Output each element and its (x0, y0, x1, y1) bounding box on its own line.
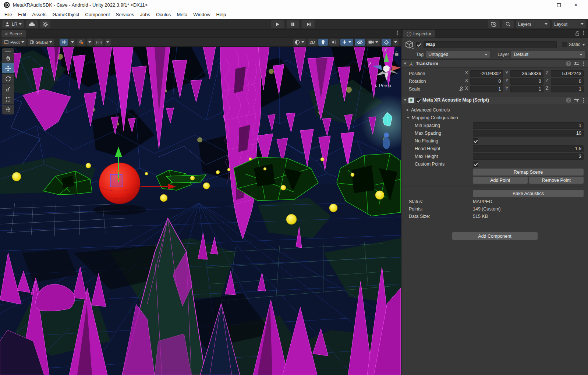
max-spacing-row: Max Spacing 10 (401, 130, 584, 137)
account-button[interactable]: LR (2, 20, 24, 28)
close-button[interactable]: ✕ (567, 0, 584, 10)
presets-icon[interactable] (574, 63, 579, 65)
menu-gameobject[interactable]: GameObject (49, 12, 82, 17)
menu-services[interactable]: Services (113, 12, 137, 17)
transform-menu-icon[interactable] (582, 61, 586, 67)
help-icon[interactable]: ? (566, 98, 571, 103)
lock-icon[interactable] (575, 31, 580, 36)
static-checkbox[interactable] (562, 42, 567, 47)
layout-dropdown[interactable]: Layout (552, 20, 586, 28)
no-floating-checkbox[interactable] (473, 138, 478, 144)
menu-edit[interactable]: Edit (15, 12, 29, 17)
max-height-field[interactable]: 3 (473, 153, 584, 160)
rotation-x-field[interactable]: 0 (470, 78, 503, 85)
tool-handle-pivot-dropdown[interactable]: Pivot (2, 39, 26, 46)
scale-z-field[interactable]: 1 (551, 86, 584, 92)
scale-y-field[interactable]: 1 (510, 86, 543, 92)
step-button[interactable] (302, 20, 315, 28)
points-value: 149 (Custom) (473, 206, 501, 212)
scene-panel-menu-icon[interactable] (395, 30, 399, 36)
snap-increment-button[interactable] (94, 39, 103, 46)
mapping-configuration-foldout[interactable]: Mapping Configuration (401, 114, 584, 121)
menu-window[interactable]: Window (190, 12, 213, 17)
tool-orientation-global-dropdown[interactable]: Global (28, 39, 54, 46)
menu-component[interactable]: Component (82, 12, 113, 17)
help-icon[interactable]: ? (566, 61, 571, 66)
menu-meta[interactable]: Meta (174, 12, 190, 17)
remove-point-button[interactable]: Remove Point (529, 177, 584, 184)
gizmos-toggle[interactable] (382, 39, 391, 46)
scene-panel: # Scene Pivot Global (0, 29, 401, 375)
position-y-field[interactable]: 36.58336 (510, 70, 543, 77)
menu-assets[interactable]: Assets (29, 12, 49, 17)
move-snap-dropdown[interactable] (87, 39, 93, 46)
menu-oculus[interactable]: Oculus (153, 12, 174, 17)
search-button[interactable] (502, 20, 514, 28)
menu-help[interactable]: Help (213, 12, 229, 17)
pause-button[interactable] (287, 20, 299, 28)
scene-effects-toggle[interactable] (340, 39, 353, 46)
add-component-button[interactable]: Add Component (452, 232, 538, 240)
rect-tool-button[interactable] (2, 94, 14, 104)
rotation-z-field[interactable]: 0 (551, 78, 584, 85)
info-icon: i (407, 32, 411, 36)
foldout-open-icon[interactable] (404, 63, 407, 65)
acoustic-map-header[interactable]: # Meta XR Acoustic Map (Script) ? (401, 96, 588, 104)
script-enabled-checkbox[interactable] (416, 98, 421, 103)
scene-audio-toggle[interactable] (329, 39, 339, 46)
presets-icon[interactable] (574, 99, 579, 101)
grid-snapping-dropdown[interactable] (70, 39, 75, 46)
menu-jobs[interactable]: Jobs (137, 12, 153, 17)
foldout-open-icon[interactable] (404, 99, 407, 101)
scale-x-field[interactable]: 1 (470, 86, 503, 92)
move-snap-toggle[interactable] (77, 39, 85, 46)
position-z-field[interactable]: 5.042243 (551, 70, 584, 77)
static-dropdown-icon[interactable] (582, 44, 585, 46)
max-spacing-field[interactable]: 10 (473, 130, 584, 137)
menu-file[interactable]: File (1, 12, 15, 17)
inspector-menu-icon[interactable] (582, 30, 586, 36)
2d-mode-toggle[interactable]: 2D (308, 39, 317, 46)
scene-visibility-toggle[interactable] (355, 39, 365, 46)
link-scale-icon[interactable] (458, 86, 464, 91)
gameobject-name-field[interactable]: Map (424, 41, 557, 48)
scene-viewport-canvas[interactable]: y x z < Persp (0, 47, 401, 375)
transform-tool-button[interactable] (2, 105, 14, 114)
layout-label: Layout (554, 22, 567, 27)
bake-acoustics-button[interactable]: Bake Acoustics (473, 190, 584, 197)
tab-inspector[interactable]: i Inspector (403, 30, 435, 38)
play-button[interactable] (271, 20, 284, 28)
add-point-button[interactable]: Add Point (473, 177, 528, 184)
move-tool-button[interactable] (2, 63, 14, 73)
transform-header[interactable]: Transform ? (401, 60, 588, 68)
head-height-field[interactable]: 1.5 (473, 145, 584, 152)
hand-tool-button[interactable] (2, 53, 14, 63)
layers-dropdown[interactable]: Layers (516, 20, 550, 28)
remap-scene-button[interactable]: Remap Scene (473, 169, 584, 176)
custom-points-checkbox[interactable] (473, 162, 478, 167)
layer-dropdown[interactable]: Default (511, 51, 585, 58)
snap-increment-dropdown[interactable] (105, 39, 111, 46)
maximize-button[interactable] (550, 0, 567, 10)
rotate-tool-button[interactable] (2, 74, 14, 84)
rotation-y-field[interactable]: 0 (510, 78, 543, 85)
script-menu-icon[interactable] (582, 97, 586, 103)
min-spacing-field[interactable]: 1 (473, 122, 584, 129)
draw-mode-dropdown[interactable] (293, 39, 306, 46)
tools-drag-handle[interactable] (2, 48, 14, 53)
settings-hub-button[interactable] (40, 20, 50, 28)
cloud-button[interactable] (26, 20, 38, 28)
advanced-controls-foldout[interactable]: Advanced Controls (401, 106, 584, 113)
grid-snapping-toggle[interactable] (60, 39, 68, 46)
minimize-button[interactable] (534, 0, 550, 10)
scene-lighting-toggle[interactable] (318, 39, 328, 46)
tab-scene[interactable]: # Scene (1, 30, 26, 38)
undo-history-button[interactable] (488, 20, 500, 28)
gameobject-active-checkbox[interactable] (416, 42, 421, 47)
gameobject-cube-icon[interactable] (404, 40, 414, 49)
scale-tool-button[interactable] (2, 84, 14, 94)
tag-dropdown[interactable]: Untagged (426, 51, 490, 58)
scene-camera-dropdown[interactable] (366, 39, 380, 46)
gizmos-dropdown[interactable] (393, 39, 399, 46)
position-x-field[interactable]: -20.94302 (470, 70, 503, 77)
